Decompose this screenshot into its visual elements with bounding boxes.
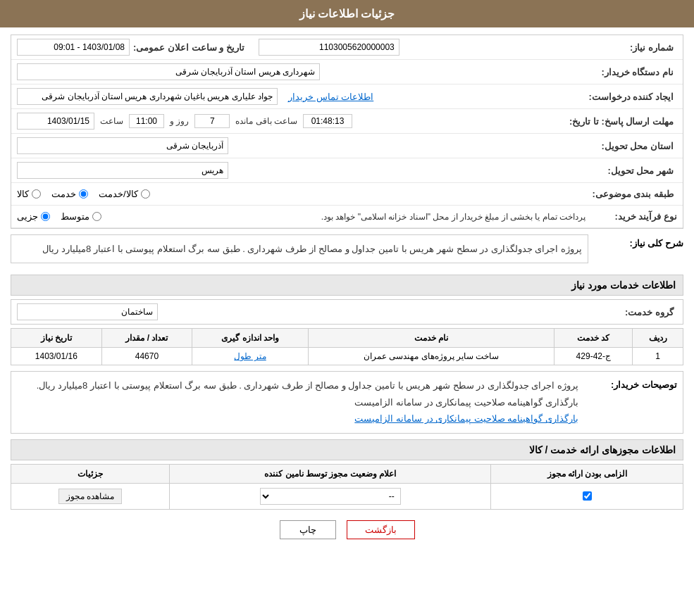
delivery-city-value-cell bbox=[17, 162, 585, 179]
creator-value-cell: اطلاعات تماس خریدار bbox=[17, 88, 585, 105]
delivery-province-input[interactable] bbox=[17, 137, 228, 154]
need-description-box: پروژه اجرای جدولگذاری در سطح شهر هریس با… bbox=[11, 234, 588, 263]
table-row: 1 ج-42-429 ساخت سایر پروژه‌های مهندسی عم… bbox=[11, 348, 683, 365]
need-number-row: شماره نیاز: تاریخ و ساعت اعلان عمومی: bbox=[11, 35, 683, 60]
category-khedmat-radio[interactable] bbox=[79, 189, 88, 199]
permits-details-cell: مشاهده مجوز bbox=[11, 483, 170, 509]
response-deadline-label: مهلت ارسال پاسخ: تا تاریخ: bbox=[569, 116, 677, 127]
service-group-row: گروه خدمت: bbox=[11, 299, 683, 325]
process-jazii-label: جزیی bbox=[17, 211, 38, 222]
permits-status-cell: -- bbox=[170, 483, 491, 509]
process-value-cell: پرداخت تمام یا بخشی از مبلغ خریدار از مح… bbox=[17, 211, 585, 222]
permits-section-title: اطلاعات مجوزهای ارائه خدمت / کالا bbox=[11, 439, 683, 460]
cell-date: 1403/01/16 bbox=[11, 348, 102, 365]
buyer-org-row: نام دستگاه خریدار: bbox=[11, 60, 683, 84]
need-number-label: شماره نیاز: bbox=[585, 42, 677, 53]
category-kala-khedmat-radio[interactable] bbox=[141, 189, 150, 199]
creator-row: ایجاد کننده درخواست: اطلاعات تماس خریدار bbox=[11, 84, 683, 109]
main-info-section: شماره نیاز: تاریخ و ساعت اعلان عمومی: نا… bbox=[11, 34, 683, 229]
view-permit-button[interactable]: مشاهده مجوز bbox=[58, 489, 122, 504]
col-header-qty: تعداد / مقدار bbox=[101, 329, 192, 348]
delivery-province-label: استان محل تحویل: bbox=[585, 141, 677, 151]
process-radio-group: متوسط جزیی bbox=[17, 211, 101, 222]
process-label: نوع فرآیند خرید: bbox=[585, 211, 677, 222]
category-kala-radio[interactable] bbox=[32, 189, 41, 199]
permits-col-status: اعلام وضعیت مجوز توسط نامین کننده bbox=[170, 464, 491, 483]
print-button[interactable]: چاپ bbox=[280, 520, 336, 539]
buyer-notes-content: پروژه اجرای جدولگذاری در سطح شهر هریس با… bbox=[17, 377, 578, 427]
back-button[interactable]: بازگشت bbox=[347, 520, 415, 539]
category-khedmat-label: خدمت bbox=[51, 189, 76, 199]
delivery-city-input[interactable] bbox=[17, 162, 228, 179]
services-table: ردیف کد خدمت نام خدمت واحد اندازه گیری ت… bbox=[11, 328, 683, 365]
cell-name: ساخت سایر پروژه‌های مهندسی عمران bbox=[308, 348, 554, 365]
bottom-buttons: بازگشت چاپ bbox=[11, 510, 683, 550]
announce-datetime-input[interactable] bbox=[17, 39, 130, 56]
buyer-org-label: نام دستگاه خریدار: bbox=[585, 67, 677, 77]
col-header-row: ردیف bbox=[633, 329, 683, 348]
deadline-date-input[interactable] bbox=[17, 113, 94, 130]
permits-required-checkbox[interactable] bbox=[583, 491, 592, 501]
cell-qty: 44670 bbox=[101, 348, 192, 365]
need-number-input[interactable] bbox=[259, 39, 399, 56]
need-description-label: شرح کلی نیاز: bbox=[592, 234, 683, 249]
delivery-city-row: شهر محل تحویل: bbox=[11, 158, 683, 183]
permits-status-select[interactable]: -- bbox=[260, 488, 401, 505]
col-header-unit: واحد اندازه گیری bbox=[192, 329, 309, 348]
need-number-value-cell: تاریخ و ساعت اعلان عمومی: bbox=[17, 39, 585, 56]
process-jazii-item[interactable]: جزیی bbox=[17, 211, 50, 222]
deadline-value-cell: 01:48:13 ساعت باقی مانده 7 روز و 11:00 س… bbox=[17, 113, 569, 130]
process-note: پرداخت تمام یا بخشی از مبلغ خریدار از مح… bbox=[119, 212, 585, 222]
creator-input[interactable] bbox=[17, 88, 278, 105]
need-description-text: پروژه اجرای جدولگذاری در سطح شهر هریس با… bbox=[17, 241, 582, 257]
service-group-label: گروه خدمت: bbox=[585, 307, 677, 318]
cell-code: ج-42-429 bbox=[554, 348, 633, 365]
time-value: 11:00 bbox=[129, 114, 164, 128]
process-motavaset-label: متوسط bbox=[61, 211, 89, 222]
permits-table: الزامی بودن ارائه مجوز اعلام وضعیت مجوز … bbox=[11, 464, 683, 510]
cell-row: 1 bbox=[633, 348, 683, 365]
service-group-input[interactable] bbox=[17, 303, 158, 320]
delivery-province-value-cell bbox=[17, 137, 585, 154]
buyer-org-value-cell bbox=[17, 63, 585, 80]
time-label: ساعت bbox=[100, 116, 123, 126]
buyer-notes-link[interactable]: بارگذاری گواهینامه صلاحیت پیمانکاری در س… bbox=[17, 410, 578, 427]
days-label: روز و bbox=[170, 116, 189, 126]
delivery-province-row: استان محل تحویل: bbox=[11, 134, 683, 158]
process-jazii-radio[interactable] bbox=[41, 212, 50, 221]
cell-unit: متر طول bbox=[192, 348, 309, 365]
process-motavaset-radio[interactable] bbox=[92, 212, 101, 221]
category-kala-khedmat-item[interactable]: کالا/خدمت bbox=[99, 189, 150, 199]
category-khedmat-item[interactable]: خدمت bbox=[51, 189, 88, 199]
category-kala-khedmat-label: کالا/خدمت bbox=[99, 189, 138, 199]
category-value-cell: کالا/خدمت خدمت کالا bbox=[17, 189, 585, 199]
col-header-code: کد خدمت bbox=[554, 329, 633, 348]
col-header-date: تاریخ نیاز bbox=[11, 329, 102, 348]
category-label: طبقه بندی موضوعی: bbox=[585, 189, 677, 199]
category-kala-item[interactable]: کالا bbox=[17, 189, 41, 199]
buyer-notes-label: توصیحات خریدار: bbox=[585, 377, 677, 390]
buyer-org-input[interactable] bbox=[17, 63, 320, 80]
need-description-wrapper: شرح کلی نیاز: پروژه اجرای جدولگذاری در س… bbox=[11, 234, 683, 269]
buyer-notes-text: پروژه اجرای جدولگذاری در سطح شهر هریس با… bbox=[37, 380, 578, 407]
countdown-label: ساعت باقی مانده bbox=[235, 116, 297, 126]
announce-label: تاریخ و ساعت اعلان عمومی: bbox=[133, 42, 244, 53]
permits-checkbox-wrapper[interactable] bbox=[497, 491, 677, 501]
creator-label: ایجاد کننده درخواست: bbox=[585, 92, 677, 102]
process-motavaset-item[interactable]: متوسط bbox=[61, 211, 101, 222]
category-radio-group: کالا/خدمت خدمت کالا bbox=[17, 189, 150, 199]
permits-row: -- مشاهده مجوز bbox=[11, 483, 683, 509]
delivery-city-label: شهر محل تحویل: bbox=[585, 165, 677, 176]
services-section-title: اطلاعات خدمات مورد نیاز bbox=[11, 275, 683, 296]
days-value: 7 bbox=[194, 114, 230, 128]
contact-link[interactable]: اطلاعات تماس خریدار bbox=[288, 92, 373, 102]
countdown-value: 01:48:13 bbox=[303, 114, 352, 128]
deadline-row: مهلت ارسال پاسخ: تا تاریخ: 01:48:13 ساعت… bbox=[11, 109, 683, 134]
process-row: نوع فرآیند خرید: پرداخت تمام یا بخشی از … bbox=[11, 206, 683, 228]
category-row: طبقه بندی موضوعی: کالا/خدمت خدمت bbox=[11, 183, 683, 206]
col-header-name: نام خدمت bbox=[308, 329, 554, 348]
permits-col-details: جزئیات bbox=[11, 464, 170, 483]
permits-required-cell bbox=[491, 483, 683, 509]
service-group-value-cell bbox=[17, 303, 585, 320]
permits-col-required: الزامی بودن ارائه مجوز bbox=[491, 464, 683, 483]
